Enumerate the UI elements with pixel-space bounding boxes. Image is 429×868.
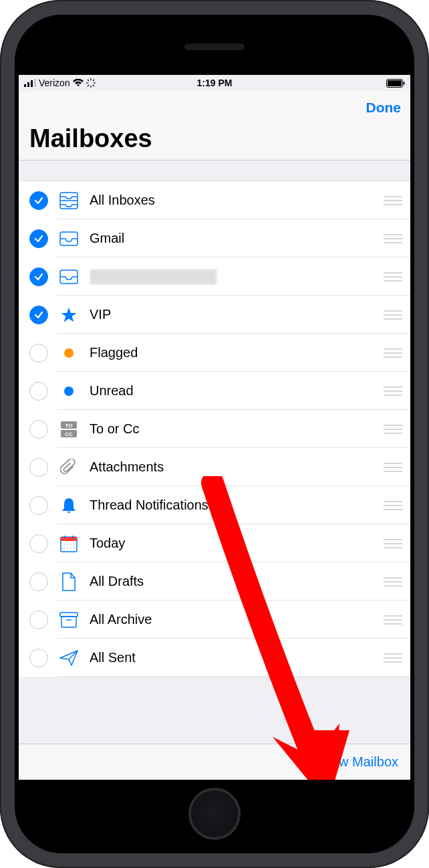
mailbox-label: All Inboxes	[90, 193, 384, 208]
mailbox-row-drafts[interactable]: All Drafts	[19, 562, 410, 601]
mailbox-label: Thread Notifications	[90, 498, 384, 513]
done-button[interactable]: Done	[366, 100, 402, 116]
home-button[interactable]	[188, 788, 241, 840]
mailbox-row-to-cc[interactable]: TOCCTo or Cc	[19, 410, 410, 448]
tray-icon	[57, 269, 80, 284]
tray-icon	[57, 231, 80, 246]
mailbox-row-thread[interactable]: Thread Notifications	[19, 486, 410, 524]
svg-text:TO: TO	[65, 423, 73, 429]
new-mailbox-button[interactable]: New Mailbox	[322, 754, 398, 770]
mailbox-label: Unread	[90, 383, 384, 399]
archive-icon	[57, 612, 80, 628]
checkbox[interactable]	[29, 649, 48, 667]
drag-handle-icon[interactable]	[384, 234, 402, 243]
status-bar: Verizon 1:19 PM	[19, 75, 410, 91]
svg-point-30	[67, 544, 68, 545]
svg-rect-26	[61, 537, 77, 541]
svg-text:CC: CC	[65, 431, 73, 437]
calendar-icon	[57, 535, 80, 552]
checkbox[interactable]	[29, 344, 48, 362]
page-title: Mailboxes	[19, 124, 410, 160]
drag-handle-icon[interactable]	[384, 539, 402, 548]
svg-point-29	[63, 544, 65, 545]
screen: Verizon 1:19 PM Done Mailboxes All Inbox…	[19, 75, 410, 780]
mailbox-row-redacted[interactable]	[19, 257, 410, 296]
dot-orange-icon	[57, 348, 80, 358]
drag-handle-icon[interactable]	[384, 615, 402, 625]
drag-handle-icon[interactable]	[384, 196, 402, 205]
tocc-icon: TOCC	[57, 421, 80, 438]
mailbox-row-flagged[interactable]: Flagged	[19, 334, 410, 372]
paperclip-icon	[57, 459, 80, 476]
svg-point-36	[74, 547, 75, 548]
svg-rect-37	[60, 613, 78, 617]
drag-handle-icon[interactable]	[384, 310, 402, 320]
checkbox[interactable]	[29, 229, 48, 248]
mailbox-label: Gmail	[90, 231, 384, 246]
checkbox[interactable]	[29, 420, 48, 439]
svg-point-33	[63, 547, 65, 548]
mailbox-row-today[interactable]: Today	[19, 524, 410, 562]
drag-handle-icon[interactable]	[384, 387, 402, 396]
mailbox-label: To or Cc	[90, 421, 384, 437]
phone-frame: Verizon 1:19 PM Done Mailboxes All Inbox…	[0, 0, 429, 868]
mailbox-label: Attachments	[90, 459, 384, 475]
svg-point-35	[70, 547, 72, 548]
drag-handle-icon[interactable]	[384, 425, 402, 434]
checkbox[interactable]	[29, 306, 48, 324]
phone-speaker	[184, 43, 245, 50]
bell-icon	[57, 497, 80, 514]
redacted-label	[90, 269, 217, 285]
checkbox[interactable]	[29, 572, 48, 591]
drag-handle-icon[interactable]	[384, 463, 402, 472]
mailbox-row-archive[interactable]: All Archive	[19, 601, 410, 639]
mailbox-row-gmail[interactable]: Gmail	[19, 219, 410, 257]
svg-point-19	[64, 348, 74, 358]
mailbox-row-attachments[interactable]: Attachments	[19, 448, 410, 486]
svg-point-20	[64, 387, 74, 396]
draft-icon	[57, 572, 80, 591]
drag-handle-icon[interactable]	[384, 348, 402, 358]
drag-handle-icon[interactable]	[384, 272, 402, 282]
bottom-toolbar: New Mailbox	[19, 744, 410, 780]
mailbox-label: All Drafts	[90, 574, 384, 589]
status-time: 1:19 PM	[19, 78, 410, 88]
checkbox[interactable]	[29, 611, 48, 629]
checkbox[interactable]	[29, 496, 48, 515]
screen-bezel: Verizon 1:19 PM Done Mailboxes All Inbox…	[15, 15, 414, 853]
checkbox[interactable]	[29, 458, 48, 477]
svg-point-31	[70, 544, 72, 545]
svg-rect-38	[61, 617, 76, 627]
star-icon	[57, 307, 80, 323]
sent-icon	[57, 650, 80, 666]
drag-handle-icon[interactable]	[384, 501, 402, 510]
mailbox-row-unread[interactable]: Unread	[19, 372, 410, 410]
svg-point-32	[74, 544, 75, 545]
checkbox[interactable]	[29, 382, 48, 401]
mailbox-label	[90, 269, 384, 285]
dot-blue-icon	[57, 386, 80, 397]
mailbox-label: Flagged	[90, 345, 384, 360]
mailbox-row-all-inboxes[interactable]: All Inboxes	[19, 181, 410, 219]
mailbox-row-vip[interactable]: VIP	[19, 296, 410, 334]
checkbox[interactable]	[29, 191, 48, 210]
mailbox-list: All InboxesGmailVIPFlaggedUnreadTOCCTo o…	[19, 181, 410, 677]
checkbox[interactable]	[29, 267, 48, 286]
svg-point-34	[67, 547, 68, 548]
drag-handle-icon[interactable]	[384, 577, 402, 586]
checkbox[interactable]	[29, 534, 48, 553]
mailbox-row-sent[interactable]: All Sent	[19, 639, 410, 677]
nav-bar: Done Mailboxes	[19, 91, 410, 160]
stacked-tray-icon	[57, 192, 80, 209]
mailbox-label: Today	[90, 536, 384, 551]
mailbox-label: All Sent	[90, 650, 384, 665]
drag-handle-icon[interactable]	[384, 653, 402, 663]
mailbox-label: All Archive	[90, 612, 384, 627]
mailbox-label: VIP	[90, 307, 384, 322]
